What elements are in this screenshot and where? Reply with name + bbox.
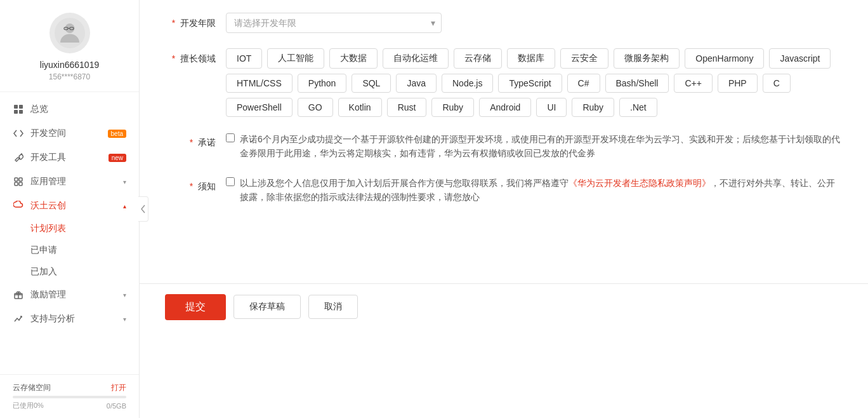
form-label-age: * 开发年限 <box>165 13 216 29</box>
tag-btn-php[interactable]: PHP <box>718 74 758 93</box>
tag-btn-iot[interactable]: IOT <box>226 48 262 69</box>
notice-checkbox-row: 以上涉及您个人信息仅用于加入计划后开展合作方便与您取得联系，我们将严格遵守《华为… <box>226 176 843 205</box>
svg-rect-8 <box>19 110 23 114</box>
tag-btn-bashshell[interactable]: Bash/Shell <box>605 74 669 93</box>
storage-percent-text: 已使用0% <box>13 401 44 410</box>
chevron-up-icon: ▴ <box>123 203 126 210</box>
sidebar-subitem-joined[interactable]: 已加入 <box>0 261 139 283</box>
avatar <box>49 13 90 53</box>
form-label-notice: * 须知 <box>165 176 216 192</box>
tag-btn-c[interactable]: C <box>763 74 791 93</box>
tag-btn-devops[interactable]: 自动化运维 <box>383 48 449 69</box>
cloud-icon <box>13 200 24 212</box>
sidebar-subitem-plan-list[interactable]: 计划列表 <box>0 218 139 239</box>
tag-btn-ruby1[interactable]: Ruby <box>431 98 474 117</box>
sidebar-item-label-wotu: 沃土云创 <box>30 200 123 212</box>
bottom-bar: 提交 保存草稿 取消 <box>140 283 868 330</box>
phone: 156****6870 <box>49 72 90 81</box>
gift-icon <box>13 289 24 300</box>
sidebar-item-label-overview: 总览 <box>30 104 126 115</box>
tag-btn-csharp[interactable]: C# <box>567 74 600 93</box>
tag-btn-microservice[interactable]: 微服务架构 <box>614 48 680 69</box>
sidebar-item-wotu[interactable]: 沃土云创 ▴ <box>0 194 139 218</box>
sidebar-item-label-appmanage: 应用管理 <box>30 176 123 187</box>
user-section: liyuxin6661019 156****6870 <box>0 0 139 92</box>
sidebar-item-devspace[interactable]: 开发空间 beta <box>0 121 139 145</box>
form-row-age: * 开发年限 请选择开发年限 ▾ <box>165 13 843 33</box>
tag-btn-javascript[interactable]: Javascript <box>769 48 831 69</box>
select-wrapper-age: 请选择开发年限 ▾ <box>226 13 442 33</box>
promise-text: 承诺6个月内至少成功提交一个基于开源软件创建的开源型开发环境，或使用已有的开源型… <box>240 132 843 161</box>
svg-rect-5 <box>14 105 18 109</box>
form-label-expertise: * 擅长领域 <box>165 48 216 65</box>
sidebar: liyuxin6661019 156****6870 总览 开发空间 beta … <box>0 0 140 418</box>
sidebar-item-devtools[interactable]: 开发工具 new <box>0 145 139 170</box>
tag-btn-typescript[interactable]: TypeScript <box>498 74 562 93</box>
storage-open-link[interactable]: 打开 <box>111 382 126 393</box>
sidebar-item-appmanage[interactable]: 应用管理 ▾ <box>0 170 139 194</box>
tag-btn-ui[interactable]: UI <box>536 98 567 117</box>
sidebar-item-label-devspace: 开发空间 <box>30 128 104 139</box>
form-container: * 开发年限 请选择开发年限 ▾ * 擅长领域 IOT人工智能大数据自动化运维 <box>140 0 868 283</box>
cancel-button[interactable]: 取消 <box>308 295 358 319</box>
chevron-down-icon3: ▾ <box>123 316 126 323</box>
promise-checkbox-row: 承诺6个月内至少成功提交一个基于开源软件创建的开源型开发环境，或使用已有的开源型… <box>226 132 843 161</box>
cloud-storage-section: 云存储空间 打开 已使用0% 0/5GB <box>0 374 139 418</box>
chevron-down-icon: ▾ <box>123 179 126 185</box>
required-star-age: * <box>172 18 175 28</box>
beta-badge: beta <box>108 130 126 138</box>
form-row-expertise: * 擅长领域 IOT人工智能大数据自动化运维云存储数据库云安全微服务架构Open… <box>165 48 843 117</box>
promise-checkbox[interactable] <box>226 133 235 142</box>
developer-age-select[interactable]: 请选择开发年限 <box>226 13 442 33</box>
tag-btn-nodejs[interactable]: Node.js <box>442 74 493 93</box>
tag-btn-dotnet[interactable]: .Net <box>619 98 657 117</box>
tag-btn-python[interactable]: Python <box>298 74 347 93</box>
sidebar-item-label-devtools: 开发工具 <box>30 152 105 163</box>
required-star-expertise: * <box>172 53 175 64</box>
privacy-policy-link[interactable]: 《华为云开发者生态隐私政策声明》 <box>569 178 711 188</box>
notice-checkbox[interactable] <box>226 177 235 186</box>
tag-btn-java[interactable]: Java <box>396 74 437 93</box>
form-row-notice: * 须知 以上涉及您个人信息仅用于加入计划后开展合作方便与您取得联系，我们将严格… <box>165 176 843 205</box>
username: liyuxin6661019 <box>40 60 99 70</box>
main-content: * 开发年限 请选择开发年限 ▾ * 擅长领域 IOT人工智能大数据自动化运维 <box>140 0 868 418</box>
storage-usage: 0/5GB <box>107 402 126 410</box>
required-star-promise: * <box>190 137 193 147</box>
sidebar-collapse-btn[interactable] <box>138 196 148 222</box>
tag-btn-storage[interactable]: 云存储 <box>454 48 502 69</box>
svg-rect-10 <box>19 178 22 181</box>
svg-rect-12 <box>19 182 22 185</box>
tag-btn-android[interactable]: Android <box>479 98 531 117</box>
sidebar-item-incentive[interactable]: 激励管理 ▾ <box>0 283 139 307</box>
tag-btn-kotlin[interactable]: Kotlin <box>338 98 382 117</box>
tag-btn-db[interactable]: 数据库 <box>507 48 555 69</box>
tag-btn-ruby2[interactable]: Ruby <box>572 98 614 117</box>
tag-btn-openharmony[interactable]: OpenHarmony <box>685 48 764 69</box>
save-draft-button[interactable]: 保存草稿 <box>233 295 301 319</box>
tag-btn-sql[interactable]: SQL <box>352 74 391 93</box>
sidebar-item-support[interactable]: 支持与分析 ▾ <box>0 307 139 331</box>
tag-btn-rust[interactable]: Rust <box>387 98 427 117</box>
storage-label: 云存储空间 <box>13 382 51 393</box>
grid-icon <box>13 104 24 115</box>
new-badge: new <box>109 154 126 162</box>
tag-btn-security[interactable]: 云安全 <box>560 48 608 69</box>
submit-button[interactable]: 提交 <box>165 294 226 320</box>
form-control-promise: 承诺6个月内至少成功提交一个基于开源软件创建的开源型开发环境，或使用已有的开源型… <box>226 132 843 161</box>
storage-bar <box>13 396 126 398</box>
tag-btn-powershell[interactable]: PowerShell <box>226 98 293 117</box>
tag-btn-ai[interactable]: 人工智能 <box>267 48 324 69</box>
form-control-age: 请选择开发年限 ▾ <box>226 13 843 33</box>
nav-section: 总览 开发空间 beta 开发工具 new 应用管理 ▾ <box>0 92 139 374</box>
tag-btn-cpp[interactable]: C++ <box>674 74 712 93</box>
tag-btn-htmlcss[interactable]: HTML/CSS <box>226 74 293 93</box>
code-icon <box>13 128 24 139</box>
svg-rect-11 <box>15 182 18 185</box>
sidebar-item-overview[interactable]: 总览 <box>0 97 139 121</box>
tag-btn-bigdata[interactable]: 大数据 <box>329 48 378 69</box>
form-control-notice: 以上涉及您个人信息仅用于加入计划后开展合作方便与您取得联系，我们将严格遵守《华为… <box>226 176 843 205</box>
sidebar-subitem-applied[interactable]: 已申请 <box>0 239 139 261</box>
form-control-expertise: IOT人工智能大数据自动化运维云存储数据库云安全微服务架构OpenHarmony… <box>226 48 843 117</box>
required-star-notice: * <box>190 181 193 191</box>
tag-btn-go[interactable]: GO <box>298 98 333 117</box>
